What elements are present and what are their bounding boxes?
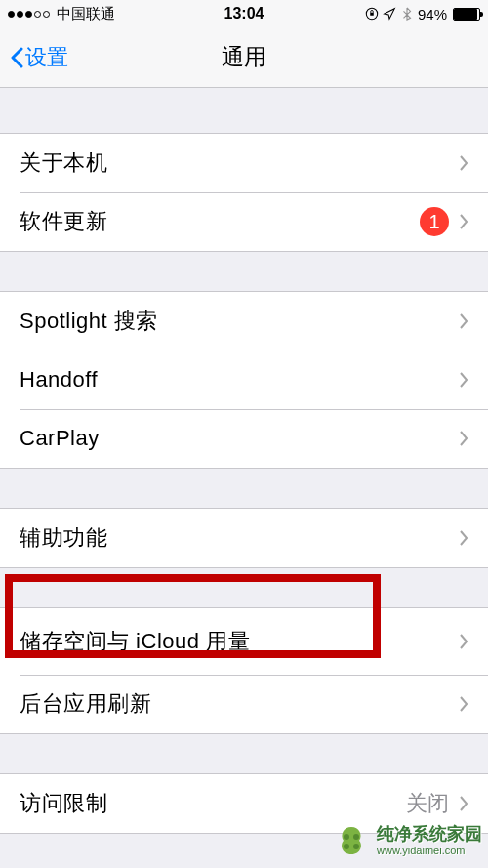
watermark-title: 纯净系统家园	[377, 825, 482, 845]
group-about: 关于本机 软件更新 1	[0, 133, 488, 252]
status-right: 94%	[365, 6, 480, 22]
group-storage: 储存空间与 iCloud 用量 后台应用刷新	[0, 607, 488, 734]
group-accessibility: 辅助功能	[0, 508, 488, 568]
chevron-right-icon	[459, 213, 468, 230]
cell-software-update[interactable]: 软件更新 1	[0, 192, 488, 251]
cell-background-refresh[interactable]: 后台应用刷新	[0, 675, 488, 733]
back-button[interactable]: 设置	[10, 43, 68, 72]
location-icon	[383, 7, 396, 21]
battery-icon	[453, 8, 480, 21]
chevron-right-icon	[459, 795, 468, 812]
battery-pct-label: 94%	[418, 6, 447, 22]
watermark: 纯净系统家园 www.yidaimei.com	[334, 823, 482, 858]
chevron-right-icon	[459, 430, 468, 447]
clock-label: 13:04	[224, 5, 264, 22]
lock-rotation-icon	[365, 7, 379, 21]
cell-label: 访问限制	[20, 789, 107, 818]
cell-label: 软件更新	[20, 207, 107, 236]
svg-point-3	[353, 834, 359, 840]
chevron-right-icon	[459, 633, 468, 650]
watermark-url: www.yidaimei.com	[377, 845, 482, 856]
status-left: 中国联通	[8, 5, 115, 23]
nav-bar: 设置 通用	[0, 27, 488, 88]
cell-storage[interactable]: 储存空间与 iCloud 用量	[0, 608, 488, 675]
cell-spotlight[interactable]: Spotlight 搜索	[0, 292, 488, 351]
cell-label: Handoff	[20, 367, 98, 393]
chevron-right-icon	[459, 695, 468, 713]
cell-label: CarPlay	[20, 426, 100, 451]
update-badge: 1	[420, 207, 449, 236]
chevron-right-icon	[459, 312, 468, 330]
cell-carplay[interactable]: CarPlay	[0, 409, 488, 468]
status-bar: 中国联通 13:04 94%	[0, 0, 488, 27]
group-search: Spotlight 搜索 Handoff CarPlay	[0, 291, 488, 469]
cell-label: 关于本机	[20, 148, 107, 178]
cell-handoff[interactable]: Handoff	[0, 351, 488, 409]
cell-accessibility[interactable]: 辅助功能	[0, 509, 488, 567]
cell-label: 辅助功能	[20, 523, 107, 553]
page-title: 通用	[222, 42, 266, 72]
svg-point-2	[344, 834, 349, 840]
cell-label: 后台应用刷新	[20, 689, 151, 719]
watermark-logo-icon	[334, 823, 369, 858]
chevron-right-icon	[459, 371, 468, 389]
carrier-label: 中国联通	[57, 5, 115, 23]
signal-strength-icon	[8, 11, 50, 18]
back-label: 设置	[25, 43, 68, 72]
svg-point-4	[344, 844, 349, 849]
bluetooth-icon	[400, 7, 414, 21]
chevron-right-icon	[459, 529, 468, 547]
chevron-right-icon	[459, 154, 468, 172]
chevron-left-icon	[10, 47, 23, 68]
cell-value: 关闭	[406, 789, 449, 818]
svg-rect-1	[370, 13, 374, 16]
cell-label: Spotlight 搜索	[20, 307, 158, 336]
cell-label: 储存空间与 iCloud 用量	[20, 627, 250, 656]
cell-about[interactable]: 关于本机	[0, 134, 488, 192]
svg-point-5	[353, 844, 359, 849]
